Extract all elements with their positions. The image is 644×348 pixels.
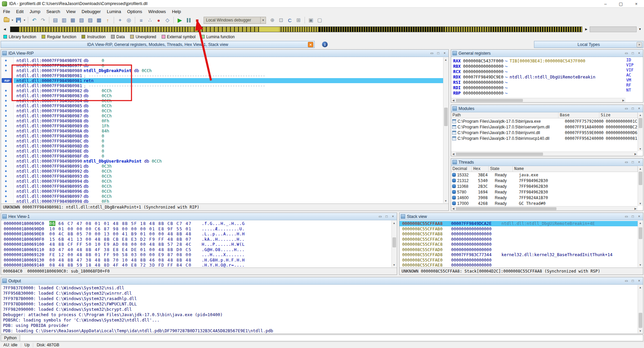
menu-item-options[interactable]: Options <box>124 8 145 15</box>
disasm-line[interactable]: ntdll.dll:00007FF9849B0981; ------------… <box>14 73 443 78</box>
jump-value-icon[interactable]: ↪ <box>505 80 507 85</box>
threads-hscrollbar[interactable]: ◀ ▶ <box>451 206 638 211</box>
disasm-line[interactable]: ntdll.dll:00007FF9849B0991db0C3h <box>14 164 443 169</box>
hex-dump[interactable]: 00000001800690C006 66 C7 47 08 01 01 48 … <box>1 220 391 268</box>
panel-restore-icon[interactable]: ▭ <box>624 278 629 283</box>
breakpoint-list-icon[interactable]: ● <box>155 16 162 24</box>
panel-maximize-icon[interactable]: □ <box>630 51 635 56</box>
maximize-button[interactable]: ▢ <box>613 0 629 7</box>
jump-value-icon[interactable]: ↪ <box>505 91 507 96</box>
register-row[interactable]: RAX0000008C5437F000↪TIB[00003BE4]:000000… <box>453 58 626 64</box>
menu-item-help[interactable]: Help <box>169 8 184 15</box>
cpu-flag[interactable]: VIF <box>626 68 642 73</box>
jump-value-icon[interactable]: ↪ <box>505 75 507 79</box>
pause-process-icon[interactable] <box>185 16 192 24</box>
minimize-button[interactable]: – <box>598 0 613 7</box>
cpu-flag[interactable]: VIP <box>626 63 642 68</box>
panel-maximize-icon[interactable]: □ <box>436 51 441 56</box>
open-exports-icon[interactable]: ▩ <box>95 16 103 24</box>
open-ida-view-icon[interactable]: ▤ <box>52 16 59 24</box>
panel-close-icon[interactable]: × <box>637 214 642 219</box>
menu-item-lumina[interactable]: Lumina <box>104 8 124 15</box>
panel-maximize-icon[interactable]: □ <box>630 106 635 111</box>
watches-icon[interactable]: ◇ <box>164 16 171 24</box>
open-structures-icon[interactable]: ▦ <box>69 16 76 24</box>
thread-row[interactable]: 153323BE4Readyjava.exe <box>451 172 638 178</box>
disasm-line[interactable]: ntdll.dll:00007FF9849B0983db0CCh <box>14 93 443 98</box>
disasm-line[interactable]: ntdll.dll:00007FF9849B0998db0Fh <box>14 199 443 204</box>
panel-close-icon[interactable]: × <box>637 51 642 56</box>
stack-row[interactable]: 0000008C55CFFAC80000000000000000 <box>399 242 638 247</box>
jump-value-icon[interactable]: ↪ <box>505 85 507 90</box>
open-file-caret[interactable]: ▾ <box>11 18 14 22</box>
disasm-line[interactable]: ntdll.dll:00007FF9849B097Edb0 <box>14 58 443 63</box>
quick-view-icon[interactable]: ⊞ <box>295 16 302 24</box>
hex-row[interactable]: 000000018006910048 8B CF FF 50 10 E9 AD … <box>4 242 391 247</box>
disasm-line[interactable]: ntdll.dll:00007FF9849B0997db0CCh <box>14 194 443 199</box>
disasm-line[interactable]: ntdll.dll:00007FF9849B098Adb84h <box>14 128 443 133</box>
flow-chart-icon[interactable]: ≡ <box>138 16 145 24</box>
band-zoom-icon[interactable]: ▼ <box>637 26 643 32</box>
register-row[interactable]: RSI0000000000000000↪ <box>453 80 626 85</box>
band-right-arrow-icon[interactable]: ▶ <box>584 26 589 32</box>
modules-hscrollbar[interactable]: ◀ ▶ <box>451 152 638 156</box>
panel-close-icon[interactable]: × <box>637 278 642 283</box>
cpu-flag[interactable]: ID <box>626 58 642 63</box>
redo-icon[interactable]: ↷ <box>39 16 47 24</box>
disasm-line[interactable]: ntdll.dll:00007FF9849B098Fdb0 <box>14 154 443 159</box>
navigation-band[interactable] <box>10 26 582 32</box>
disasm-line[interactable]: ntdll.dll:00007FF9849B0996db0CCh <box>14 189 443 194</box>
register-row[interactable]: RCX0000000000000000↪ <box>453 69 626 74</box>
disasm-line[interactable]: ntdll.dll:00007FF9849B098Edb0 <box>14 149 443 154</box>
column-header-hex[interactable]: Hex <box>472 166 489 172</box>
attach-process-icon[interactable]: ⊕ <box>269 16 276 24</box>
hex-row[interactable]: 00000001800690F015 6B 41 13 00 48 8B CB … <box>4 237 391 242</box>
panel-maximize-icon[interactable]: □ <box>630 160 635 165</box>
thread-row[interactable]: 146003908Ready7FF9824A1B70 <box>451 195 638 200</box>
band-left-arrow-icon[interactable]: ◀ <box>2 26 7 32</box>
disasm-line[interactable]: ntdll.dll:00007FF9849B0980ntdll_DbgBreak… <box>14 68 443 73</box>
panel-restore-icon[interactable]: ▭ <box>624 51 629 56</box>
panel-restore-icon[interactable]: ▭ <box>624 214 629 219</box>
stack-scrollbar[interactable]: ▲ ▼ <box>638 221 643 267</box>
disasm-line[interactable]: ntdll.dll:00007FF9849B0988db0Fh <box>14 118 443 123</box>
close-button[interactable]: × <box>629 0 644 7</box>
disasm-line[interactable]: ntdll.dll:00007FF9849B097Fdb0 <box>14 63 443 68</box>
thread-row[interactable]: 213125340Ready7FF984962B30 <box>451 178 638 183</box>
open-file-icon[interactable] <box>3 16 10 24</box>
search-icon[interactable]: ⌖ <box>116 16 124 24</box>
stack-row[interactable]: 0000008C55CFFAB00000000000000000 <box>399 226 638 232</box>
panel-close-icon[interactable]: × <box>637 160 642 165</box>
about-icon[interactable]: i <box>322 42 328 47</box>
save-file-icon[interactable] <box>15 16 22 24</box>
panel-close-icon[interactable]: × <box>390 214 395 219</box>
register-row[interactable]: RDI0000000000000000↪ <box>453 85 626 91</box>
disasm-line[interactable]: ntdll.dll:00007FF9849B0986db0CCh <box>14 108 443 113</box>
stack-row[interactable]: 0000008C55CFFAB80000000000000000 <box>399 231 638 237</box>
disasm-line[interactable]: ntdll.dll:00007FF9849B0993db0CCh <box>14 174 443 179</box>
disasm-line[interactable]: ntdll.dll:00007FF9849B0994db0CCh <box>14 179 443 184</box>
menu-item-jump[interactable]: Jump <box>26 8 43 15</box>
thread-row[interactable]: 110682B3CReady7FF984962B30 <box>451 183 638 189</box>
stack-row[interactable]: 0000008C55CFFAE00000000000000000 <box>399 257 638 263</box>
search-again-icon[interactable]: ◎ <box>125 16 132 24</box>
column-header-size[interactable]: Size <box>599 112 638 118</box>
stack-row[interactable]: 0000008C55CFFAC00000000000000000 <box>399 237 638 242</box>
panel-maximize-icon[interactable]: □ <box>384 214 389 219</box>
thread-row[interactable]: 170004268ReadyGC Thread#0 <box>451 200 638 206</box>
menu-item-windows[interactable]: Windows <box>145 8 169 15</box>
menu-item-edit[interactable]: Edit <box>13 8 26 15</box>
panel-close-icon[interactable]: × <box>637 106 642 111</box>
stack-row[interactable]: 0000008C55CFFAE80000000000000000 <box>399 263 638 268</box>
menu-item-debugger[interactable]: Debugger <box>78 8 104 15</box>
column-header-name[interactable]: Name <box>513 166 638 172</box>
stack-row[interactable]: 0000008C55CFFAD800007FF983C77344kernel32… <box>399 252 638 257</box>
menu-item-file[interactable]: File <box>0 8 13 15</box>
module-row[interactable]: C:\Program Files\Java\jdk-17.0.5\bin\msv… <box>451 135 638 141</box>
local-types-close-icon[interactable]: × <box>637 42 642 47</box>
open-imports-icon[interactable]: ▨ <box>87 16 94 24</box>
python-label[interactable]: Python <box>1 335 20 341</box>
cpu-flag[interactable]: RF <box>626 83 642 88</box>
hex-row[interactable]: 00000001800690E000 4C 8B 05 70 00 13 00 … <box>4 231 391 237</box>
disasm-line[interactable]: ntdll.dll:00007FF9849B0995db0CCh <box>14 184 443 189</box>
